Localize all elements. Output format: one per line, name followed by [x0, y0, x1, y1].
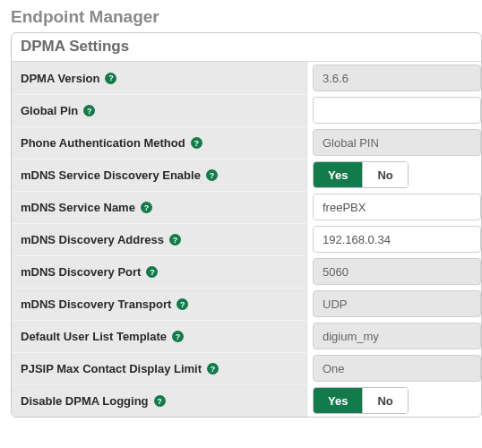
setting-row-mdns-port: mDNS Discovery Port?5060	[12, 255, 481, 288]
setting-control-cell	[307, 94, 481, 126]
pjsip-max-contact-value: One	[323, 362, 345, 375]
setting-control-cell: 3.6.6	[307, 62, 481, 94]
setting-row-pjsip-max-contact: PJSIP Max Contact Display Limit?One	[12, 352, 481, 384]
default-template-label: Default User List Template	[21, 330, 167, 343]
help-icon[interactable]: ?	[191, 137, 202, 149]
setting-control-cell: One	[307, 352, 481, 384]
setting-row-phone-auth-method: Phone Authentication Method?Global PIN	[12, 126, 481, 159]
page-title: Endpoint Manager	[11, 7, 482, 27]
help-icon[interactable]: ?	[146, 266, 158, 278]
help-icon[interactable]: ?	[206, 169, 218, 181]
setting-label-cell: Global Pin?	[12, 94, 307, 126]
setting-control-cell: digium_my	[307, 320, 481, 352]
mdns-port-select[interactable]: 5060	[313, 258, 481, 285]
setting-control-cell: 5060	[307, 255, 481, 288]
setting-row-mdns-address: mDNS Discovery Address?	[12, 223, 481, 255]
mdns-enable-no-button[interactable]: No	[363, 162, 407, 187]
setting-label-cell: Default User List Template?	[12, 320, 307, 352]
mdns-service-name-label: mDNS Service Name	[21, 201, 135, 214]
setting-row-mdns-transport: mDNS Discovery Transport?UDP	[12, 288, 481, 320]
setting-row-global-pin: Global Pin?	[12, 94, 481, 126]
mdns-port-label: mDNS Discovery Port	[21, 265, 141, 279]
mdns-address-label: mDNS Discovery Address	[21, 233, 164, 246]
phone-auth-method-select[interactable]: Global PIN	[313, 129, 481, 156]
setting-control-cell: YesNo	[307, 384, 481, 417]
mdns-transport-label: mDNS Discovery Transport	[21, 297, 171, 311]
help-icon[interactable]: ?	[176, 298, 188, 310]
pjsip-max-contact-select[interactable]: One	[313, 355, 481, 382]
mdns-enable-label: mDNS Service Discovery Enable	[21, 168, 201, 182]
mdns-transport-value: UDP	[323, 297, 347, 311]
mdns-service-name-input[interactable]	[313, 194, 481, 220]
mdns-enable-yes-button[interactable]: Yes	[314, 162, 363, 187]
setting-control-cell: Global PIN	[307, 126, 481, 159]
global-pin-input[interactable]	[313, 97, 481, 124]
setting-control-cell: YesNo	[307, 159, 481, 191]
help-icon[interactable]: ?	[105, 73, 116, 84]
mdns-enable-toggle: YesNo	[313, 161, 409, 188]
pjsip-max-contact-label: PJSIP Max Contact Display Limit	[21, 362, 202, 375]
dpma-settings-panel: DPMA Settings DPMA Version?3.6.6Global P…	[11, 32, 482, 418]
disable-logging-toggle: YesNo	[313, 387, 409, 414]
settings-body: DPMA Version?3.6.6Global Pin?Phone Authe…	[12, 62, 481, 417]
disable-logging-yes-button[interactable]: Yes	[314, 388, 363, 413]
setting-label-cell: mDNS Discovery Port?	[12, 255, 307, 288]
setting-label-cell: mDNS Service Discovery Enable?	[12, 159, 307, 191]
setting-row-dpma-version: DPMA Version?3.6.6	[12, 62, 481, 94]
setting-control-cell: UDP	[307, 288, 481, 320]
dpma-version-label: DPMA Version	[21, 72, 99, 85]
setting-control-cell	[307, 191, 481, 223]
dpma-version-select[interactable]: 3.6.6	[313, 65, 481, 91]
global-pin-label: Global Pin	[21, 104, 78, 117]
help-icon[interactable]: ?	[83, 105, 95, 116]
help-icon[interactable]: ?	[172, 331, 184, 342]
dpma-version-value: 3.6.6	[323, 72, 349, 85]
default-template-value: digium_my	[323, 330, 379, 343]
setting-row-mdns-service-name: mDNS Service Name?	[12, 191, 481, 223]
setting-row-disable-logging: Disable DPMA Logging?YesNo	[12, 384, 481, 417]
setting-label-cell: DPMA Version?	[12, 62, 307, 94]
phone-auth-method-label: Phone Authentication Method	[21, 136, 185, 150]
setting-label-cell: Phone Authentication Method?	[12, 126, 307, 159]
mdns-port-value: 5060	[323, 265, 349, 279]
setting-row-default-template: Default User List Template?digium_my	[12, 320, 481, 352]
disable-logging-label: Disable DPMA Logging	[21, 394, 149, 408]
setting-label-cell: mDNS Service Name?	[12, 191, 307, 223]
setting-row-mdns-enable: mDNS Service Discovery Enable?YesNo	[12, 159, 481, 191]
panel-header: DPMA Settings	[12, 33, 481, 62]
mdns-transport-select[interactable]: UDP	[313, 290, 481, 317]
help-icon[interactable]: ?	[207, 363, 219, 375]
help-icon[interactable]: ?	[141, 202, 152, 213]
setting-label-cell: mDNS Discovery Transport?	[12, 288, 307, 320]
phone-auth-method-value: Global PIN	[323, 136, 379, 150]
mdns-address-input[interactable]	[313, 226, 481, 253]
disable-logging-no-button[interactable]: No	[363, 388, 407, 413]
setting-label-cell: PJSIP Max Contact Display Limit?	[12, 352, 307, 384]
setting-control-cell	[307, 223, 481, 255]
setting-label-cell: mDNS Discovery Address?	[12, 223, 307, 255]
help-icon[interactable]: ?	[154, 395, 166, 407]
default-template-select[interactable]: digium_my	[313, 323, 481, 349]
setting-label-cell: Disable DPMA Logging?	[12, 384, 307, 417]
help-icon[interactable]: ?	[169, 234, 181, 246]
